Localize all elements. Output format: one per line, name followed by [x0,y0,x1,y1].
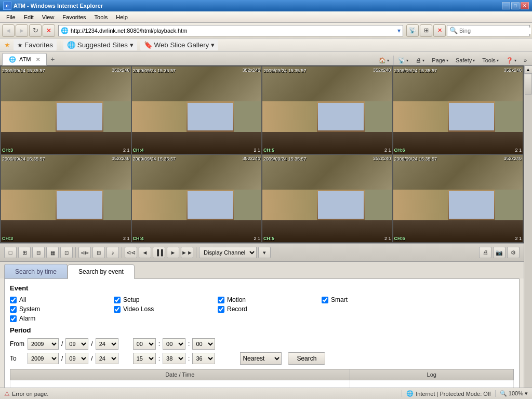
layout-4-button[interactable]: ⊞ [18,247,31,258]
checkbox-all-input[interactable] [10,297,17,303]
search-button[interactable]: Search [288,352,325,365]
menu-tools[interactable]: Tools [90,13,112,21]
close-button[interactable]: ✕ [521,2,529,9]
channel-select[interactable]: Display Channel [199,247,257,258]
to-sec-select[interactable]: 36 [192,353,215,364]
from-month-select[interactable]: 09 [65,338,88,350]
checkbox-alarm-input[interactable] [10,315,17,322]
print-button[interactable]: 🖨 ▾ [413,56,428,64]
camera-cell-5[interactable]: 2009/09/24 15:35:57 352x240 CH:3 2 1 [1,155,131,242]
minimize-button[interactable]: ─ [502,2,510,9]
camera-cell-4[interactable]: 2009/09/24 15:35:57 352x240 CH:6 2 1 [393,66,523,154]
back-button[interactable]: ◄ [2,24,15,37]
camera-cell-1[interactable]: 2009/09/24 15:35:57 352x240 CH:3 2 1 [1,66,131,154]
skip-forward-button[interactable]: ►► [181,247,193,258]
checkbox-video-loss[interactable]: Video Loss [114,305,218,313]
menu-help[interactable]: Help [112,13,132,21]
checkbox-setup[interactable]: Setup [114,296,218,303]
from-day-select[interactable]: 24 [96,338,118,350]
active-tab[interactable]: 🌐 ATM ✕ [2,53,47,65]
scrollbar[interactable]: ▲ ▼ [524,65,532,399]
snapshot-button[interactable]: 📷 [493,247,506,258]
menu-file[interactable]: File [2,13,20,21]
camera-cell-7[interactable]: 2009/09/24 15:35:57 352x240 CH:5 2 1 [262,155,392,242]
stop-button[interactable]: ✕ [43,24,55,37]
maximize-button[interactable]: □ [511,2,520,9]
to-min-select[interactable]: 38 [163,353,185,364]
to-day-select[interactable]: 24 [96,353,118,364]
rss-button[interactable]: 📡 [406,24,419,37]
safety-button[interactable]: Safety ▾ [453,56,478,64]
audio-button[interactable]: ♪ [107,247,119,258]
zoom-dropdown-button[interactable]: ▾ [525,390,528,397]
checkbox-video-loss-input[interactable] [114,306,121,313]
scroll-up-button[interactable]: ▲ [524,65,533,74]
nearest-select[interactable]: Nearest [240,352,282,365]
layout-25-button[interactable]: ⊡ [60,247,73,258]
forward-button[interactable]: ► [16,24,28,37]
zoom-button[interactable]: ⊟ [92,247,105,258]
checkbox-smart-input[interactable] [322,297,328,303]
print-ctrl-button[interactable]: 🖨 [479,247,491,258]
channel-dropdown-arrow[interactable]: ▾ [258,247,271,258]
from-hour-select[interactable]: 00 [133,338,156,350]
checkbox-motion-input[interactable] [218,297,224,303]
web-slice-button[interactable]: 🔖 Web Slice Gallery ▾ [140,39,218,50]
checkbox-system-input[interactable] [10,306,17,313]
layout-9-button[interactable]: ⊟ [32,247,45,258]
to-month-select[interactable]: 09 [65,353,88,364]
zoom-out-button[interactable]: 🔍 [500,390,507,397]
settings-button[interactable]: ⚙ [507,247,520,258]
checkbox-smart[interactable]: Smart [322,296,425,303]
pause-button[interactable]: ▐▐ [153,247,165,258]
layout-1-button[interactable]: □ [4,247,17,258]
to-year-select[interactable]: 2009 [28,353,59,364]
tab-close-icon[interactable]: ✕ [36,57,40,62]
browser-search-input[interactable] [459,28,531,34]
favorites-button[interactable]: ★ Favorites [14,39,57,50]
camera-cell-8[interactable]: 2009/09/24 15:35:57 352x240 CH:6 2 1 [393,155,523,242]
checkbox-motion[interactable]: Motion [218,296,322,303]
help-button[interactable]: ❓ ▾ [503,56,520,65]
feeds-button[interactable]: 📡 ▾ [395,56,411,65]
checkbox-system[interactable]: System [10,305,114,313]
from-sec-select[interactable]: 00 [192,338,215,350]
search-bar[interactable]: 🔍 [447,25,530,36]
suggested-sites-button[interactable]: 🌐 Suggested Sites ▾ [63,39,137,50]
prev-frame-button[interactable]: ◄ [139,247,151,258]
menu-favorites[interactable]: Favorites [58,13,90,21]
checkbox-record[interactable]: Record [218,305,322,313]
checkbox-all[interactable]: All [10,296,114,303]
compat-button[interactable]: ⊞ [420,24,432,37]
address-input[interactable] [71,28,397,34]
skip-back-button[interactable]: ⊲⊲ [125,247,137,258]
scroll-thumb[interactable] [525,74,532,95]
page-button[interactable]: Page ▾ [429,56,451,64]
from-year-select[interactable]: 2009 [28,338,59,350]
checkbox-record-input[interactable] [218,306,224,313]
new-tab-button[interactable]: + [47,54,58,65]
title-bar-buttons[interactable]: ─ □ ✕ [502,2,529,9]
address-bar[interactable]: 🌐 ▾ [58,25,403,36]
tab-search-by-event[interactable]: Search by event [68,264,135,279]
capture-button[interactable]: ⊲⊳ [78,247,91,258]
camera-cell-2[interactable]: 2009/09/24 15:35:57 352x240 CH:4 2 1 [132,66,262,154]
layout-16-button[interactable]: ▦ [46,247,59,258]
address-go-icon[interactable]: ▾ [397,27,401,34]
next-frame-button[interactable]: ► [167,247,179,258]
from-min-select[interactable]: 00 [163,338,185,350]
scroll-track[interactable] [525,74,532,399]
home-button[interactable]: 🏠 ▾ [376,56,392,65]
tab-search-by-time[interactable]: Search by time [4,264,68,278]
camera-cell-3[interactable]: 2009/09/24 15:35:57 352x240 CH:5 2 1 [262,66,392,154]
checkbox-setup-input[interactable] [114,297,121,303]
refresh-stop-button[interactable]: ✕ [433,24,446,37]
camera-cell-6[interactable]: 2009/09/24 15:35:57 352x240 CH:4 2 1 [132,155,262,242]
refresh-button[interactable]: ↻ [29,24,42,37]
checkbox-alarm[interactable]: Alarm [10,315,114,322]
menu-edit[interactable]: Edit [20,13,38,21]
toolbar-options-button[interactable]: » [521,56,530,64]
menu-view[interactable]: View [38,13,59,21]
tools-button[interactable]: Tools ▾ [479,56,502,64]
to-hour-select[interactable]: 15 [133,353,156,364]
